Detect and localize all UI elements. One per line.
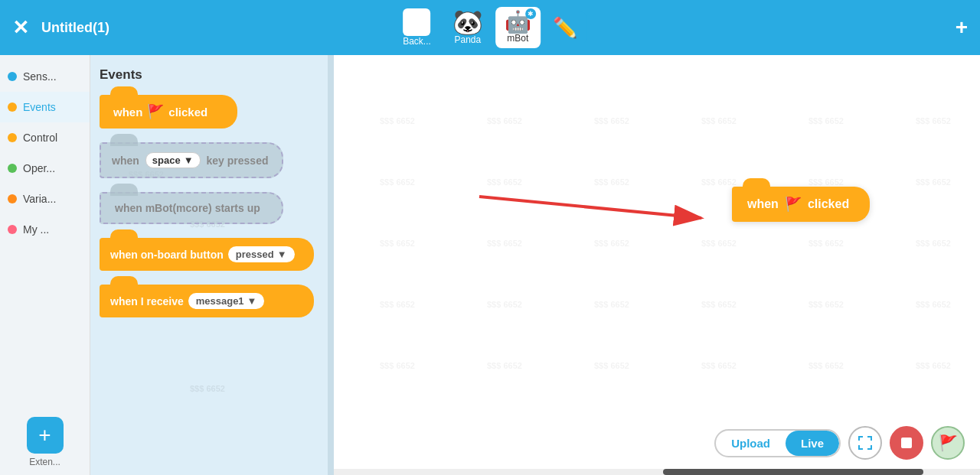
canvas-when-text: when xyxy=(747,197,779,211)
key-dropdown-value: space xyxy=(152,155,181,166)
block-when-key-pressed[interactable]: when space ▼ key pressed xyxy=(100,142,318,178)
sidebar-item-sensors-label: Sens... xyxy=(23,70,57,83)
fullscreen-icon xyxy=(857,434,874,451)
sidebar-item-control-label: Control xyxy=(23,132,57,144)
my-blocks-dot xyxy=(8,225,17,234)
events-dot xyxy=(8,102,17,112)
extend-label: Exten... xyxy=(29,457,60,467)
receive-dropdown-arrow: ▼ xyxy=(247,295,257,307)
play-button[interactable]: 🚩 xyxy=(931,426,965,460)
when-key-text1: when xyxy=(112,155,139,167)
canvas-clicked-text: clicked xyxy=(808,197,849,211)
svg-line-1 xyxy=(479,197,701,218)
play-icon: 🚩 xyxy=(939,434,958,452)
key-dropdown-arrow: ▼ xyxy=(184,155,194,166)
sidebar-item-variables-label: Varia... xyxy=(23,193,56,205)
header-tabs: Back... 🐼 Panda 🤖 ✱ mBot ✏️ xyxy=(394,4,586,51)
live-button[interactable]: Live xyxy=(786,431,839,456)
sidebar-item-my-blocks[interactable]: My ... xyxy=(0,214,90,245)
main-layout: Sens... Events Control Oper... Varia... … xyxy=(0,55,980,475)
button-dropdown-value: pressed xyxy=(236,249,274,260)
extend-button[interactable]: + xyxy=(27,417,64,454)
tab-panda[interactable]: 🐼 Panda xyxy=(443,5,492,50)
sidebar-item-operators[interactable]: Oper... xyxy=(0,153,90,184)
canvas[interactable]: $$$ 6652 $$$ 6652 $$$ 6652 $$$ 6652 $$$ … xyxy=(334,55,980,475)
when-key-text2: key pressed xyxy=(207,155,269,167)
block-when-flag-clicked[interactable]: when 🚩 clicked xyxy=(100,95,318,129)
bottom-scrollbar[interactable] xyxy=(334,469,980,475)
green-flag-icon-canvas: 🚩 xyxy=(785,196,802,213)
key-dropdown[interactable]: space ▼ xyxy=(145,152,201,168)
operators-dot xyxy=(8,164,17,173)
when-flag-clicked-text1: when xyxy=(113,106,142,119)
header: ✕ Untitled(1) Back... 🐼 Panda 🤖 ✱ mBot ✏… xyxy=(0,0,980,55)
receive-dropdown[interactable]: message1 ▼ xyxy=(188,293,265,309)
add-button[interactable]: + xyxy=(956,15,968,40)
block-when-starts-up[interactable]: when mBot(mcore) starts up xyxy=(100,192,318,224)
tab-back[interactable]: Back... xyxy=(394,4,440,51)
block-when-receive[interactable]: when I receive message1 ▼ xyxy=(100,285,318,317)
scrollbar-thumb[interactable] xyxy=(663,469,923,475)
panel-separator xyxy=(328,55,334,475)
variables-dot xyxy=(8,194,17,203)
tab-mbot-label: mBot xyxy=(507,33,528,44)
when-button-text: when on-board button xyxy=(110,249,224,261)
drag-arrow xyxy=(464,166,732,242)
sidebar-item-operators-label: Oper... xyxy=(23,162,55,174)
stop-button[interactable] xyxy=(890,426,923,460)
blocks-panel-title: Events xyxy=(100,67,318,83)
sidebar-item-my-blocks-label: My ... xyxy=(23,223,49,236)
edit-icon: ✏️ xyxy=(553,16,577,40)
sensors-dot xyxy=(8,72,17,81)
stop-icon xyxy=(901,438,912,448)
tab-edit[interactable]: ✏️ xyxy=(544,11,586,44)
upload-button[interactable]: Upload xyxy=(716,431,786,456)
control-dot xyxy=(8,133,17,142)
tab-panda-label: Panda xyxy=(454,34,481,45)
close-button[interactable]: ✕ xyxy=(12,16,29,40)
upload-live-toggle: Upload Live xyxy=(714,429,841,457)
when-starts-up-text: when mBot(mcore) starts up xyxy=(115,202,260,214)
sidebar-item-sensors[interactable]: Sens... xyxy=(0,61,90,92)
panda-icon: 🐼 xyxy=(452,10,483,34)
sidebar-item-variables[interactable]: Varia... xyxy=(0,184,90,214)
bottom-controls: Upload Live 🚩 xyxy=(714,426,965,460)
when-flag-clicked-text2: clicked xyxy=(168,106,207,119)
button-dropdown[interactable]: pressed ▼ xyxy=(228,246,295,262)
mbot-icon: 🤖 ✱ xyxy=(505,11,531,33)
back-icon xyxy=(403,8,431,36)
when-receive-text: when I receive xyxy=(110,295,184,307)
sidebar: Sens... Events Control Oper... Varia... … xyxy=(0,55,90,475)
button-dropdown-arrow: ▼ xyxy=(277,249,287,260)
blocks-panel: $$$ 6652 $$$ 6652 $$$ 6652 $$$ 6652 $$$ … xyxy=(90,55,328,475)
tab-back-label: Back... xyxy=(403,36,431,47)
tab-mbot[interactable]: 🤖 ✱ mBot xyxy=(495,7,541,48)
sidebar-item-control[interactable]: Control xyxy=(0,122,90,153)
fullscreen-button[interactable] xyxy=(848,426,882,460)
receive-dropdown-value: message1 xyxy=(196,295,244,307)
canvas-block-when-flag-clicked[interactable]: when 🚩 clicked xyxy=(732,187,870,222)
sidebar-extend: + Exten... xyxy=(0,409,90,475)
sidebar-item-events[interactable]: Events xyxy=(0,92,90,122)
sidebar-item-events-label: Events xyxy=(23,101,56,113)
block-when-button[interactable]: when on-board button pressed ▼ xyxy=(100,238,318,271)
green-flag-icon-1: 🚩 xyxy=(147,103,164,120)
